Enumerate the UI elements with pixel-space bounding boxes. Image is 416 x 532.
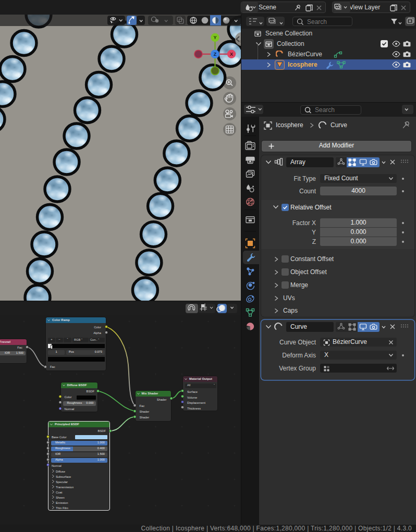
svg-text:Y: Y	[213, 35, 216, 40]
svg-text:X: X	[230, 52, 233, 57]
svg-text:Search: Search	[315, 106, 335, 114]
svg-text:Search: Search	[307, 18, 327, 26]
svg-text:Z: Z	[214, 52, 217, 57]
